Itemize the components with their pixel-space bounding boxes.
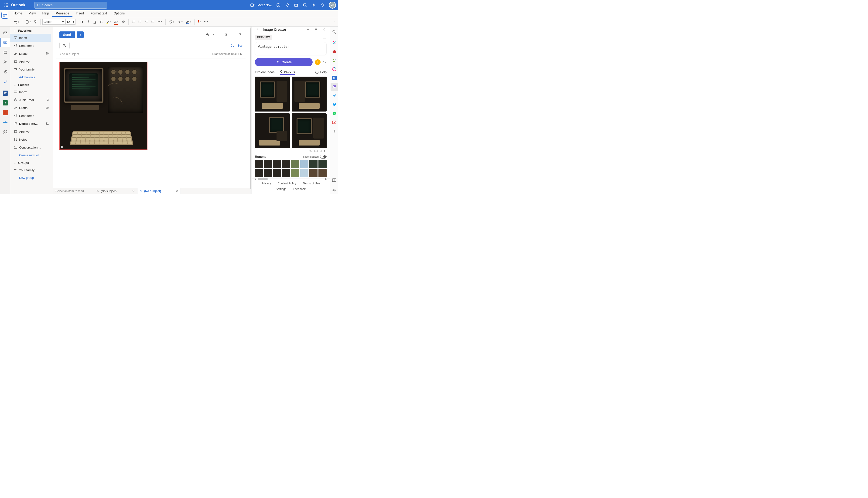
search-input[interactable]: [42, 3, 105, 7]
importance-button[interactable]: !▾: [196, 18, 203, 25]
clear-format-button[interactable]: A: [120, 18, 127, 25]
my-day-icon[interactable]: [292, 1, 300, 9]
new-group-link[interactable]: New group: [10, 174, 51, 181]
section-folders[interactable]: ⌄Folders: [10, 81, 51, 88]
recent-thumb[interactable]: [300, 169, 308, 177]
undo-button[interactable]: ▾: [13, 18, 20, 25]
recent-thumb[interactable]: [309, 169, 318, 177]
recent-thumb[interactable]: [264, 169, 272, 177]
settings-link[interactable]: Settings: [276, 187, 286, 191]
to-button[interactable]: To: [60, 42, 70, 49]
premium-icon[interactable]: [283, 1, 291, 9]
folder-junk[interactable]: Junk Email3: [10, 96, 51, 104]
recent-thumb[interactable]: [273, 160, 281, 168]
attach-button[interactable]: ▾: [168, 18, 175, 25]
feedback-link[interactable]: Feedback: [293, 187, 306, 191]
font-size-box[interactable]: ▾: [65, 19, 76, 25]
rail-more-apps-icon[interactable]: [0, 128, 10, 137]
underline-button[interactable]: U: [92, 18, 98, 25]
highlight-button[interactable]: ▾: [105, 18, 113, 25]
section-favorites[interactable]: ⌄Favorites: [10, 27, 51, 34]
italic-button[interactable]: I: [85, 18, 91, 25]
recent-thumb[interactable]: [282, 160, 290, 168]
inserted-image[interactable]: b: [60, 62, 147, 150]
folder-drafts[interactable]: Drafts20: [10, 104, 51, 112]
rr-search-icon[interactable]: [331, 28, 338, 36]
rail-onedrive-icon[interactable]: [0, 118, 10, 127]
font-color-button[interactable]: A▾: [113, 18, 119, 25]
whats-new-icon[interactable]: [301, 1, 309, 9]
rr-m365-icon[interactable]: [331, 65, 338, 73]
fav-item-drafts[interactable]: Drafts20: [10, 50, 51, 57]
strike-button[interactable]: S: [98, 18, 104, 25]
more-formatting-button[interactable]: •••: [157, 18, 164, 25]
tab-explore-ideas[interactable]: Explore ideas: [255, 70, 275, 74]
subject-input[interactable]: [60, 52, 212, 56]
rail-home-icon[interactable]: [0, 28, 10, 37]
send-split-button[interactable]: ▾: [77, 31, 83, 38]
panel-pin-button[interactable]: [313, 27, 319, 32]
recent-thumb[interactable]: [273, 169, 281, 177]
recent-thumb[interactable]: [291, 160, 299, 168]
popout-button[interactable]: [236, 31, 243, 38]
panel-back-button[interactable]: [255, 27, 260, 32]
cc-link[interactable]: Cc: [230, 44, 234, 47]
rr-outlook-icon[interactable]: O: [331, 74, 338, 82]
creation-thumb[interactable]: [255, 77, 290, 112]
tips-icon[interactable]: [319, 1, 327, 9]
font-size-input[interactable]: [67, 20, 73, 24]
compose-body[interactable]: b: [56, 58, 246, 185]
fav-item-inbox[interactable]: Inbox: [10, 34, 51, 42]
settings-icon[interactable]: [310, 1, 318, 9]
recent-thumb[interactable]: [319, 169, 327, 177]
bcc-link[interactable]: Bcc: [237, 44, 243, 47]
prompt-input[interactable]: Vintage computer: [255, 42, 327, 55]
folder-conversation[interactable]: Conversation ...: [10, 143, 51, 151]
tab-view[interactable]: View: [25, 10, 39, 17]
group-family[interactable]: Your family: [10, 166, 51, 174]
create-folder-link[interactable]: Create new fol...: [10, 151, 51, 159]
content-policy-link[interactable]: Content Policy: [277, 182, 296, 185]
panel-more-button[interactable]: ⋮: [297, 27, 303, 32]
panel-close-button[interactable]: [321, 27, 327, 32]
privacy-link[interactable]: Privacy: [261, 182, 271, 185]
recent-thumb[interactable]: [264, 160, 272, 168]
close-icon[interactable]: ✕: [132, 189, 135, 193]
create-button[interactable]: Create: [255, 58, 313, 66]
tab-home[interactable]: Home: [10, 10, 25, 17]
search-box[interactable]: [35, 2, 107, 9]
font-name-box[interactable]: ▾: [42, 19, 65, 25]
recent-thumb[interactable]: [300, 160, 308, 168]
tab-help[interactable]: Help: [39, 10, 52, 17]
recent-thumb[interactable]: [309, 160, 318, 168]
recent-thumb[interactable]: [282, 169, 290, 177]
close-icon[interactable]: ✕: [176, 189, 178, 193]
bold-button[interactable]: B: [79, 18, 85, 25]
paste-button[interactable]: ▾: [24, 18, 32, 25]
link-button[interactable]: ▾: [176, 18, 184, 25]
rr-twitter-icon[interactable]: [331, 101, 338, 108]
ribbon-expand-button[interactable]: ⌄: [332, 20, 336, 24]
recent-thumb[interactable]: [291, 169, 299, 177]
rail-powerpoint-icon[interactable]: P: [0, 108, 10, 117]
indent-button[interactable]: [150, 18, 156, 25]
folder-deleted[interactable]: Deleted Ite...11: [10, 120, 51, 128]
app-launcher-button[interactable]: [2, 1, 10, 9]
font-name-input[interactable]: [43, 20, 62, 24]
bullets-button[interactable]: [130, 18, 137, 25]
terms-link[interactable]: Terms of Use: [303, 182, 320, 185]
hide-blocked-toggle[interactable]: [320, 155, 327, 159]
rr-copilot-icon[interactable]: [331, 39, 338, 47]
rr-whatsapp-icon[interactable]: [331, 109, 338, 117]
fav-item-archive[interactable]: Archive: [10, 57, 51, 65]
recent-thumb[interactable]: [319, 160, 327, 168]
fav-item-sent[interactable]: Sent Items: [10, 42, 51, 50]
rr-settings-icon[interactable]: [331, 186, 338, 194]
recent-thumb[interactable]: [255, 169, 263, 177]
rail-todo-icon[interactable]: [0, 77, 10, 86]
creation-thumb[interactable]: [292, 77, 327, 112]
send-button[interactable]: Send: [60, 31, 75, 38]
tab-format-text[interactable]: Format text: [87, 10, 110, 17]
fav-item-family[interactable]: Your family: [10, 65, 51, 73]
rr-people-icon[interactable]: [331, 56, 338, 64]
